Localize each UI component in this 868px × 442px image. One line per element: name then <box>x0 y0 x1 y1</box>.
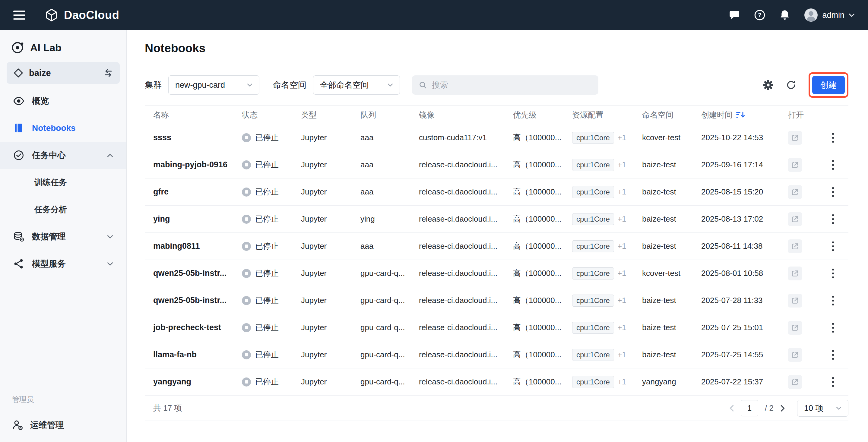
cell-image: custom-cuda117:v1 <box>419 133 513 142</box>
table-row[interactable]: ying 已停止 Jupyter ying release-ci.daoclou… <box>145 206 848 233</box>
open-external-link-icon[interactable] <box>788 240 802 253</box>
product-name: AI Lab <box>30 42 62 54</box>
row-actions-kebab-icon[interactable] <box>830 375 836 389</box>
cell-name: qwen25-05b-instr... <box>145 269 242 278</box>
cell-actions <box>823 131 848 145</box>
table-row[interactable]: job-precheck-test 已停止 Jupyter gpu-card-q… <box>145 314 848 341</box>
sort-descending-icon[interactable] <box>736 111 745 119</box>
cell-namespace: baize-test <box>642 160 701 169</box>
switch-cluster-icon[interactable] <box>103 68 113 78</box>
sidebar-item-training-tasks[interactable]: 训练任务 <box>0 169 126 196</box>
resource-chip: cpu:1Core <box>572 349 614 361</box>
sidebar-item-task-analysis[interactable]: 任务分析 <box>0 196 126 223</box>
cell-priority: 高（100000... <box>513 187 572 197</box>
table-row[interactable]: mabing-pyjob-0916 已停止 Jupyter aaa releas… <box>145 151 848 179</box>
next-page-icon[interactable] <box>780 405 785 412</box>
resource-more: +1 <box>618 242 626 251</box>
create-button[interactable]: 创建 <box>812 76 845 94</box>
sidebar-item-overview[interactable]: 概览 <box>0 88 126 115</box>
sidebar-item-notebooks[interactable]: Notebooks <box>0 115 126 142</box>
cell-actions <box>823 185 848 199</box>
open-external-link-icon[interactable] <box>788 266 802 280</box>
table-row[interactable]: ssss 已停止 Jupyter aaa custom-cuda117:v1 高… <box>145 124 848 151</box>
resource-more: +1 <box>618 269 626 278</box>
col-header-status: 状态 <box>242 110 301 120</box>
row-actions-kebab-icon[interactable] <box>830 131 836 145</box>
user-menu[interactable]: admin <box>804 8 855 22</box>
table-row[interactable]: qwen25-05b-instr... 已停止 Jupyter gpu-card… <box>145 287 848 314</box>
stopped-status-icon <box>242 188 251 197</box>
resource-chip: cpu:1Core <box>572 132 614 144</box>
refresh-icon[interactable] <box>786 80 797 90</box>
open-external-link-icon[interactable] <box>788 294 802 308</box>
message-icon[interactable] <box>728 10 740 20</box>
row-actions-kebab-icon[interactable] <box>830 348 836 362</box>
page-size-select[interactable]: 10 项 <box>797 400 848 417</box>
cell-namespace: baize-test <box>642 323 701 332</box>
sidebar-item-data-management[interactable]: 数据管理 <box>0 223 126 250</box>
brand-name: DaoCloud <box>64 9 119 22</box>
page-title: Notebooks <box>145 41 848 56</box>
row-actions-kebab-icon[interactable] <box>830 266 836 280</box>
open-external-link-icon[interactable] <box>788 131 802 145</box>
cell-created: 2025-07-25 15:01 <box>701 323 788 332</box>
row-actions-kebab-icon[interactable] <box>830 240 836 253</box>
table-row[interactable]: qwen25-05b-instr... 已停止 Jupyter gpu-card… <box>145 260 848 287</box>
table-row[interactable]: yangyang 已停止 Jupyter gpu-card-q... relea… <box>145 369 848 396</box>
cell-created: 2025-08-13 17:02 <box>701 214 788 224</box>
status-text: 已停止 <box>255 159 279 170</box>
table-row[interactable]: gfre 已停止 Jupyter aaa release-ci.daocloud… <box>145 179 848 206</box>
help-icon[interactable]: ? <box>754 9 766 21</box>
settings-gear-icon[interactable] <box>763 80 774 90</box>
notification-bell-icon[interactable] <box>779 9 790 21</box>
open-external-link-icon[interactable] <box>788 321 802 335</box>
cluster-cube-icon <box>13 68 24 78</box>
cell-created: 2025-07-22 15:37 <box>701 377 788 386</box>
resource-more: +1 <box>618 350 626 359</box>
row-actions-kebab-icon[interactable] <box>830 212 836 226</box>
open-external-link-icon[interactable] <box>788 348 802 362</box>
cell-name: mabing-pyjob-0916 <box>145 160 242 169</box>
cell-name: mabing0811 <box>145 242 242 251</box>
open-external-link-icon[interactable] <box>788 158 802 172</box>
page-number-input[interactable] <box>741 400 758 416</box>
cluster-select[interactable]: new-gpu-card <box>168 75 259 95</box>
sidebar-item-task-center[interactable]: 任务中心 <box>0 142 126 169</box>
row-actions-kebab-icon[interactable] <box>830 158 836 172</box>
cluster-switcher[interactable]: baize <box>7 62 120 84</box>
cell-name: ying <box>145 214 242 224</box>
chevron-down-icon <box>107 262 113 266</box>
cell-resource: cpu:1Core +1 <box>572 240 642 252</box>
row-actions-kebab-icon[interactable] <box>830 294 836 308</box>
resource-more: +1 <box>618 377 626 386</box>
cell-name: qwen25-05b-instr... <box>145 296 242 305</box>
sidebar-subitem-label: 任务分析 <box>34 204 67 215</box>
search-input[interactable] <box>432 81 592 90</box>
cell-queue: aaa <box>361 242 419 251</box>
col-header-namespace: 命名空间 <box>642 110 701 120</box>
cell-priority: 高（100000... <box>513 295 572 306</box>
product-header: AI Lab <box>0 30 126 62</box>
table-row[interactable]: llama-fa-nb 已停止 Jupyter gpu-card-q... re… <box>145 341 848 369</box>
sidebar-item-model-services[interactable]: 模型服务 <box>0 250 126 277</box>
filter-bar: 集群 new-gpu-card 命名空间 全部命名空间 <box>145 72 848 98</box>
namespace-select[interactable]: 全部命名空间 <box>313 75 400 95</box>
table-row[interactable]: mabing0811 已停止 Jupyter aaa release-ci.da… <box>145 233 848 260</box>
open-external-link-icon[interactable] <box>788 375 802 389</box>
open-external-link-icon[interactable] <box>788 212 802 226</box>
chevron-down-icon <box>247 83 252 87</box>
sidebar-item-ops-management[interactable]: 运维管理 <box>0 411 126 439</box>
row-actions-kebab-icon[interactable] <box>830 185 836 199</box>
prev-page-icon[interactable] <box>729 405 734 412</box>
cell-open <box>788 240 823 253</box>
cell-priority: 高（100000... <box>513 159 572 170</box>
cell-type: Jupyter <box>301 377 361 386</box>
cell-actions <box>823 294 848 308</box>
open-external-link-icon[interactable] <box>788 185 802 199</box>
col-header-type: 类型 <box>301 110 361 120</box>
pagination: / 2 10 项 <box>729 400 848 417</box>
cell-priority: 高（100000... <box>513 322 572 333</box>
menu-icon[interactable] <box>13 10 25 20</box>
cell-status: 已停止 <box>242 132 301 143</box>
row-actions-kebab-icon[interactable] <box>830 321 836 335</box>
